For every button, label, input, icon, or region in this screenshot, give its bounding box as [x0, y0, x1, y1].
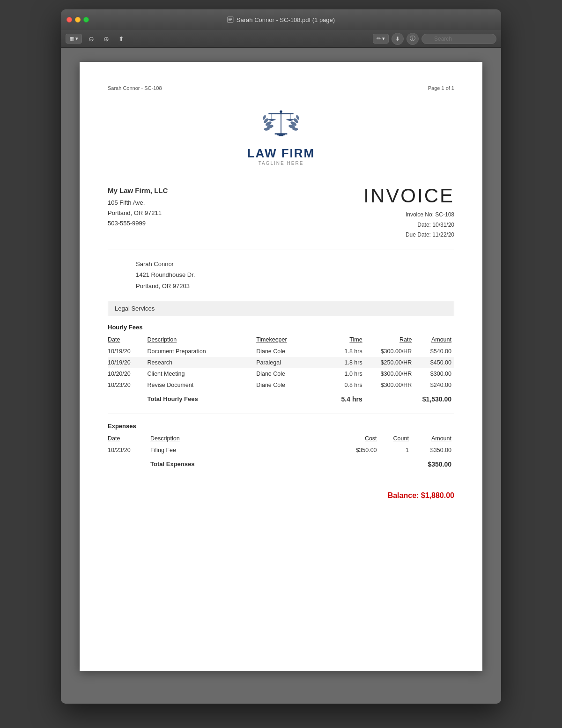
client-name: Sarah Connor — [136, 259, 454, 269]
fee-time: 1.0 hrs — [325, 368, 365, 379]
fee-date: 10/19/20 — [108, 346, 148, 357]
fee-rate: $300.00/HR — [365, 368, 415, 379]
svg-rect-16 — [277, 134, 285, 135]
pdf-viewer: Sarah Connor - SC-108 Page 1 of 1 — [61, 48, 501, 704]
traffic-lights — [67, 17, 89, 22]
view-icon: ▦ — [69, 36, 74, 42]
fee-amount: $240.00 — [414, 379, 454, 391]
toolbar-right: ✏ ▾ ⬇ ⓘ — [373, 33, 496, 45]
titlebar: Sarah Connor - SC-108.pdf (1 page) — [61, 9, 501, 30]
fee-time: 1.8 hrs — [325, 357, 365, 368]
close-button[interactable] — [67, 17, 72, 22]
date-label: Date: — [417, 222, 432, 228]
share-button[interactable]: ⬆ — [116, 33, 127, 45]
firm-address1: 105 Fifth Ave. — [108, 198, 168, 208]
zoom-out-button[interactable]: ⊖ — [86, 33, 97, 45]
exp-cost: $350.00 — [332, 445, 379, 456]
info-button[interactable]: ⓘ — [407, 33, 419, 45]
hourly-total-time: 5.4 hrs — [325, 391, 365, 405]
toolbar: ▦ ▾ ⊖ ⊕ ⬆ ✏ ▾ ⬇ ⓘ — [61, 30, 501, 48]
hourly-fees-table: Date Description Timekeeper Time Rate Am… — [108, 334, 454, 405]
title-text: Sarah Connor - SC-108.pdf (1 page) — [237, 16, 335, 23]
legal-services-header: Legal Services — [108, 301, 454, 316]
svg-rect-14 — [281, 111, 281, 134]
hourly-table-header: Date Description Timekeeper Time Rate Am… — [108, 334, 454, 346]
fee-amount: $300.00 — [414, 368, 454, 379]
save-icon: ⬇ — [395, 36, 400, 42]
due-date-value: 11/22/20 — [432, 231, 454, 238]
date-value: 10/31/20 — [432, 222, 454, 228]
pdf-page: Sarah Connor - SC-108 Page 1 of 1 — [80, 62, 482, 671]
page-header-meta: Sarah Connor - SC-108 Page 1 of 1 — [108, 85, 454, 91]
view-chevron: ▾ — [75, 36, 78, 42]
exp-col-header-amount: Amount — [412, 433, 454, 445]
zoom-in-button[interactable]: ⊕ — [101, 33, 112, 45]
search-input[interactable] — [422, 34, 496, 44]
annotate-button[interactable]: ✏ ▾ — [373, 34, 389, 44]
fee-time: 0.8 hrs — [325, 379, 365, 391]
billing-right: INVOICE Invoice No: SC-108 Date: 10/31/2… — [363, 185, 454, 240]
balance-amount: $1,880.00 — [421, 491, 454, 499]
table-row: 10/23/20 Revise Document Diane Cole 0.8 … — [108, 379, 454, 391]
expenses-table: Date Description Cost Count Amount 10/23… — [108, 433, 454, 470]
col-header-time: Time — [325, 334, 365, 346]
expenses-total-row: Total Expenses $350.00 — [108, 456, 454, 470]
fee-description: Revise Document — [148, 379, 257, 391]
hourly-total-row: Total Hourly Fees 5.4 hrs $1,530.00 — [108, 391, 454, 405]
hourly-total-amount: $1,530.00 — [414, 391, 454, 405]
exp-description: Filing Fee — [150, 445, 332, 456]
expenses-title: Expenses — [108, 423, 454, 430]
col-header-date: Date — [108, 334, 148, 346]
fee-timekeeper: Paralegal — [256, 357, 325, 368]
client-address: Sarah Connor 1421 Roundhouse Dr. Portlan… — [136, 259, 454, 291]
fee-timekeeper: Diane Cole — [256, 379, 325, 391]
invoice-no-label: Invoice No: — [406, 211, 435, 218]
svg-rect-17 — [268, 113, 293, 114]
exp-col-header-description: Description — [150, 433, 332, 445]
balance-row: Balance: $1,880.00 — [108, 488, 454, 504]
fee-amount: $450.00 — [414, 357, 454, 368]
fee-date: 10/19/20 — [108, 357, 148, 368]
exp-col-header-count: Count — [380, 433, 412, 445]
client-address2: Portland, OR 97203 — [136, 281, 454, 291]
client-address1: 1421 Roundhouse Dr. — [136, 269, 454, 280]
view-toggle-button[interactable]: ▦ ▾ — [66, 34, 82, 44]
fee-rate: $250.00/HR — [365, 357, 415, 368]
svg-rect-21 — [279, 135, 284, 136]
exp-date: 10/23/20 — [108, 445, 150, 456]
fee-date: 10/20/20 — [108, 368, 148, 379]
firm-address2: Portland, OR 97211 — [108, 208, 168, 218]
invoice-no-line: Invoice No: SC-108 — [363, 210, 454, 220]
balance-label: Balance: — [388, 491, 419, 499]
billing-section: My Law Firm, LLC 105 Fifth Ave. Portland… — [108, 185, 454, 240]
fee-timekeeper: Diane Cole — [256, 346, 325, 357]
fullscreen-button[interactable] — [83, 17, 89, 22]
expenses-divider — [108, 479, 454, 479]
fee-amount: $540.00 — [414, 346, 454, 357]
logo-section: LAW FIRM TAGLINE HERE — [108, 105, 454, 166]
col-header-amount: Amount — [414, 334, 454, 346]
window-title: Sarah Connor - SC-108.pdf (1 page) — [227, 16, 335, 23]
expenses-total-label: Total Expenses — [150, 456, 332, 470]
minimize-button[interactable] — [75, 17, 81, 22]
scales-icon — [260, 105, 302, 142]
info-icon: ⓘ — [410, 35, 415, 43]
hourly-divider — [108, 414, 454, 414]
firm-tagline: TAGLINE HERE — [259, 161, 304, 166]
table-row: 10/20/20 Client Meeting Diane Cole 1.0 h… — [108, 368, 454, 379]
firm-phone: 503-555-9999 — [108, 218, 168, 229]
table-row: 10/19/20 Research Paralegal 1.8 hrs $250… — [108, 357, 454, 368]
invoice-details: Invoice No: SC-108 Date: 10/31/20 Due Da… — [363, 210, 454, 240]
firm-name-logo: LAW FIRM — [247, 146, 315, 161]
col-header-timekeeper: Timekeeper — [256, 334, 325, 346]
col-header-rate: Rate — [365, 334, 415, 346]
fee-timekeeper: Diane Cole — [256, 368, 325, 379]
fee-description: Document Preparation — [148, 346, 257, 357]
save-button[interactable]: ⬇ — [392, 33, 404, 45]
table-row: 10/19/20 Document Preparation Diane Cole… — [108, 346, 454, 357]
svg-rect-15 — [275, 133, 288, 134]
table-row: 10/23/20 Filing Fee $350.00 1 $350.00 — [108, 445, 454, 456]
fee-rate: $300.00/HR — [365, 379, 415, 391]
search-wrapper — [422, 34, 496, 44]
firm-name: My Law Firm, LLC — [108, 185, 168, 197]
